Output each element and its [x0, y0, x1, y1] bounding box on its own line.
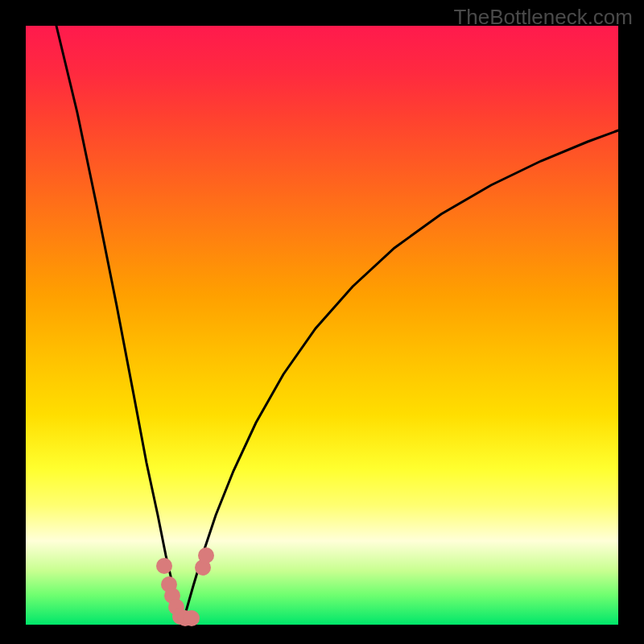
- plot-gradient-area: [26, 26, 618, 625]
- chart-frame: TheBottleneck.com: [0, 0, 644, 644]
- watermark-text: TheBottleneck.com: [453, 5, 633, 30]
